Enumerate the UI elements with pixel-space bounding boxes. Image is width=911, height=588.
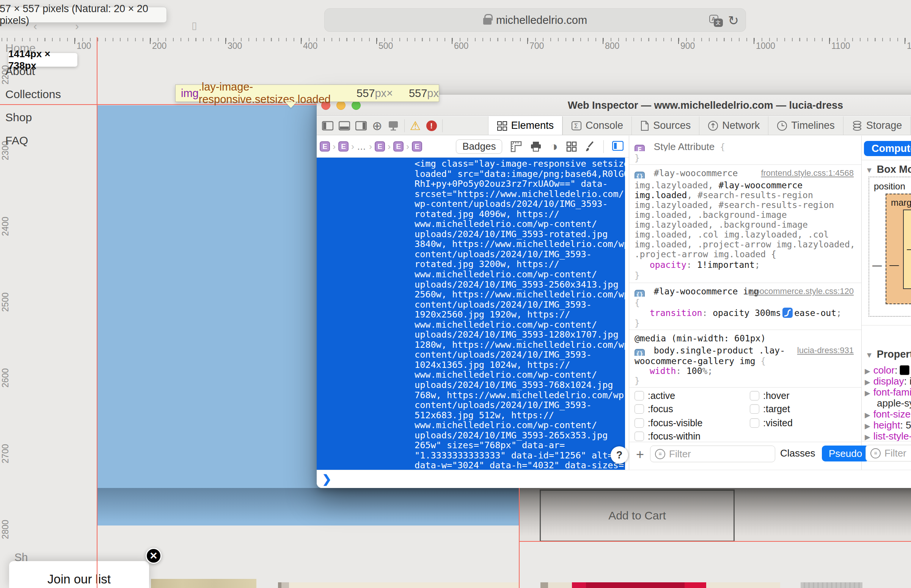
tab-timelines[interactable]: Timelines: [768, 116, 843, 135]
ruler-label: 800: [603, 41, 619, 51]
help-icon[interactable]: ?: [611, 446, 628, 464]
css-rule-header[interactable]: {} body.single-product .lay- lucia-dress…: [634, 346, 858, 356]
box-model-header[interactable]: ▼Box Mode: [866, 164, 911, 175]
css-source-link[interactable]: woocommerce.style.css:120: [749, 286, 854, 296]
errors-icon[interactable]: !: [426, 121, 437, 131]
image-dimensions-tooltip: 57 × 557 pixels (Natural: 20 × 20 pixels…: [0, 7, 167, 23]
add-to-cart-button[interactable]: Add to Cart: [540, 489, 734, 542]
add-rule-button[interactable]: +: [636, 447, 644, 463]
selected-element-code[interactable]: <img class="lay-image-responsive setsize…: [317, 158, 625, 470]
dock-left-icon[interactable]: [322, 121, 333, 131]
css-source-link[interactable]: lucia-dress:931: [797, 346, 854, 355]
pseudo-hover[interactable]: :hover: [750, 390, 789, 401]
checkbox[interactable]: [750, 418, 759, 428]
ruler-label: 700: [527, 41, 544, 51]
dock-inspector-icon[interactable]: [612, 141, 624, 152]
sidebar-icon[interactable]: ▯: [191, 20, 197, 31]
dock-bottom-icon[interactable]: [339, 121, 350, 131]
element-badge[interactable]: E: [412, 141, 422, 152]
pseudo-focus[interactable]: :focus: [634, 404, 673, 415]
window-shadow-band: [97, 488, 519, 522]
element-picker-icon[interactable]: ⊕: [372, 119, 382, 133]
tab-storage[interactable]: Storage: [843, 116, 911, 135]
checkbox[interactable]: [634, 431, 644, 441]
computed-tab[interactable]: Computed: [864, 141, 911, 156]
style-attribute-rule[interactable]: E Style Attribute {: [634, 141, 858, 151]
checkbox[interactable]: [750, 404, 759, 414]
checkbox[interactable]: [634, 391, 644, 401]
reload-icon[interactable]: ↻: [728, 13, 739, 28]
box-model-position-box[interactable]: position — marg — — — —: [869, 176, 911, 317]
url-bar[interactable]: michelledelrio.com A文 ↻: [324, 8, 746, 32]
styles-panel: E Style Attribute { } {} #lay-woocommerc…: [629, 136, 862, 470]
computed-property[interactable]: ▶font-size:: [865, 409, 911, 420]
computed-filter-input[interactable]: ≡ Filter: [866, 445, 911, 462]
badges-button[interactable]: Badges: [456, 139, 502, 154]
element-badge[interactable]: E: [375, 141, 385, 152]
pseudo-focus-visible[interactable]: :focus-visible: [634, 417, 703, 428]
css-declaration[interactable]: opacity: 1!important;: [634, 260, 858, 270]
element-badge[interactable]: E: [393, 141, 404, 152]
quick-console[interactable]: ❯: [317, 470, 911, 488]
element-badge[interactable]: E: [338, 141, 349, 152]
translate-icon[interactable]: A文: [709, 15, 723, 26]
ruler-icon[interactable]: [511, 141, 522, 152]
disclosure-triangle-icon[interactable]: ▼: [866, 166, 873, 174]
css-declaration[interactable]: width: 100%;: [634, 366, 858, 376]
sidebar-nav-item[interactable]: Shop: [5, 111, 32, 124]
product-image-sliver[interactable]: [801, 582, 862, 588]
contrast-icon[interactable]: ◑: [550, 139, 558, 154]
product-image-sliver[interactable]: [278, 582, 519, 588]
product-image-sliver[interactable]: [151, 579, 256, 588]
dock-right-icon[interactable]: [355, 121, 367, 131]
box-model-margin-box[interactable]: marg — — — —: [886, 194, 911, 304]
pseudo-visited[interactable]: :visited: [750, 417, 793, 428]
computed-property[interactable]: ▶display: in: [865, 375, 911, 387]
css-rule-header[interactable]: {} #lay-woocommerce img woocommerce.styl…: [634, 286, 858, 297]
sidebar-nav-item[interactable]: FAQ: [5, 134, 28, 147]
css-source-link[interactable]: frontend.style.css:1:4568: [761, 168, 854, 178]
properties-header[interactable]: ▼Propertie: [866, 349, 911, 360]
styles-filter-input[interactable]: ≡ Filter: [650, 446, 775, 462]
media-query: @media (min-width: 601px): [634, 333, 858, 344]
checkbox[interactable]: [750, 391, 759, 401]
horizontal-ruler: 1002003004005006007008009001000110012: [0, 36, 911, 53]
brush-icon[interactable]: [585, 141, 595, 152]
filter-icon: ≡: [655, 449, 665, 459]
classes-toggle-button[interactable]: Classes: [780, 447, 815, 459]
img-element-html[interactable]: <img class="lay-image-responsive setsize…: [415, 159, 634, 470]
easing-curve-icon[interactable]: [783, 308, 793, 318]
breadcrumb[interactable]: E › E › … › E › E › E: [317, 141, 422, 152]
checkbox[interactable]: [634, 418, 644, 428]
warnings-icon[interactable]: ⚠: [410, 120, 421, 132]
close-icon[interactable]: ✕: [146, 548, 162, 564]
ruler-label: 2700: [0, 440, 11, 467]
newsletter-popup[interactable]: Join our list: [9, 561, 149, 588]
computed-property[interactable]: ▶font-fami: [865, 386, 911, 398]
device-icon[interactable]: [387, 121, 399, 131]
grid-icon[interactable]: [566, 141, 577, 152]
pseudo-active[interactable]: :active: [634, 390, 675, 401]
print-icon[interactable]: [530, 141, 541, 152]
tab-elements[interactable]: Elements: [488, 116, 563, 135]
tab-console[interactable]: Σ Console: [562, 116, 632, 135]
sidebar-nav-item[interactable]: Collections: [5, 88, 61, 101]
pseudo-focus-within[interactable]: :focus-within: [634, 431, 700, 442]
css-declaration[interactable]: transition: opacity 300msease-out;: [634, 308, 858, 318]
css-rule-header[interactable]: {} #lay-woocommerce frontend.style.css:1…: [634, 168, 858, 178]
element-badge[interactable]: E: [320, 141, 330, 152]
computed-property[interactable]: ▶height: 55: [865, 419, 911, 431]
product-image-sliver[interactable]: [540, 582, 780, 588]
element-highlight-tooltip: img.lay-image-responsive.setsizes.loaded…: [175, 84, 439, 102]
tab-sources[interactable]: Sources: [632, 116, 699, 135]
box-model-border-box[interactable]: — — —: [903, 210, 911, 289]
ruler-label: 12: [905, 41, 911, 51]
computed-property[interactable]: ▶list-style-: [865, 430, 911, 442]
computed-property[interactable]: ▶color:: [865, 365, 909, 376]
breadcrumb-ellipsis[interactable]: …: [357, 141, 366, 152]
styles-filter-bar: + ≡ Filter Classes Pseudo: [629, 444, 861, 467]
guide-line-left: [97, 37, 97, 588]
pseudo-target[interactable]: :target: [750, 404, 790, 415]
checkbox[interactable]: [634, 404, 644, 414]
tab-network[interactable]: Network: [699, 116, 768, 135]
